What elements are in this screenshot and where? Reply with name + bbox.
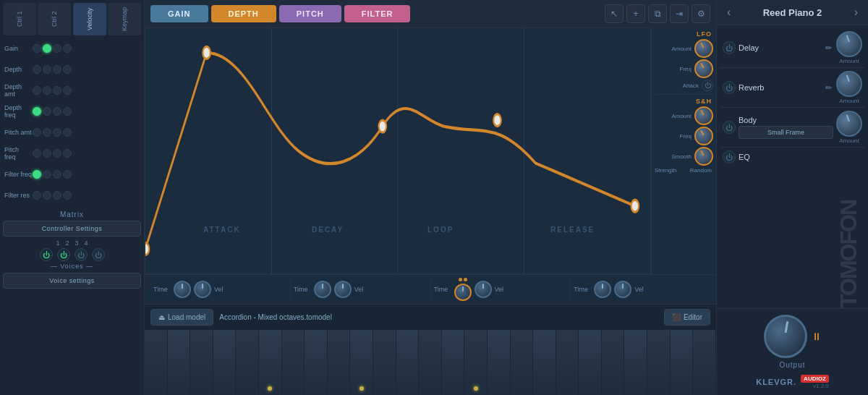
lfo-freq-knob[interactable] <box>694 59 713 78</box>
loop-knob2[interactable] <box>475 281 492 298</box>
nav-next-button[interactable]: › <box>851 4 861 20</box>
matrix-dot[interactable] <box>63 170 72 179</box>
matrix-dot[interactable] <box>53 170 61 179</box>
load-model-button[interactable]: ⏏ Load model <box>150 309 213 326</box>
decay-time-knob[interactable] <box>314 281 331 298</box>
matrix-dot[interactable] <box>53 86 61 95</box>
matrix-dot[interactable] <box>63 191 72 200</box>
attack-knob2[interactable] <box>194 281 211 298</box>
body-power-button[interactable]: ⏻ <box>723 121 736 134</box>
matrix-dot[interactable] <box>33 170 41 179</box>
matrix-dot[interactable] <box>33 65 41 74</box>
matrix-dot[interactable] <box>63 149 72 158</box>
matrix-dot[interactable] <box>33 86 41 95</box>
matrix-dot[interactable] <box>63 128 72 137</box>
output-knob[interactable] <box>764 315 807 358</box>
lfo-amount-knob[interactable] <box>694 39 713 58</box>
matrix-dot[interactable] <box>43 149 51 158</box>
attack-time-knob[interactable] <box>174 281 191 298</box>
matrix-dot[interactable] <box>63 107 72 116</box>
sidebar-tab-keymap[interactable]: Keymap <box>108 3 141 35</box>
editor-button[interactable]: ⬛ Editor <box>664 309 710 326</box>
sidebar-tab-ctrl1[interactable]: Ctrl 1 <box>3 3 36 35</box>
matrix-dot[interactable] <box>43 170 51 179</box>
tab-gain[interactable]: GAIN <box>150 5 208 22</box>
sample-key <box>442 330 465 395</box>
lfo-attack-power[interactable]: ⏻ <box>702 80 713 91</box>
matrix-dot[interactable] <box>53 149 61 158</box>
sample-key <box>236 330 259 395</box>
decay-knob2[interactable] <box>334 281 352 298</box>
matrix-dot[interactable] <box>53 128 61 137</box>
matrix-dot[interactable] <box>43 86 51 95</box>
matrix-dot[interactable] <box>63 65 72 74</box>
reverb-amount-knob[interactable] <box>836 71 862 97</box>
voice-power-1[interactable]: ⏻ <box>40 248 53 261</box>
delay-amount-knob[interactable] <box>836 31 862 57</box>
version-label: v1.2.0 <box>813 383 829 389</box>
matrix-dot[interactable] <box>43 128 51 137</box>
svg-point-4 <box>203 46 210 59</box>
voice-power-4[interactable]: ⏻ <box>92 248 105 261</box>
matrix-dot[interactable] <box>53 191 61 200</box>
matrix-dot[interactable] <box>33 191 41 200</box>
right-header: ‹ Reed Piano 2 › <box>717 0 868 25</box>
load-icon: ⏏ <box>158 313 165 321</box>
svg-point-3 <box>145 243 149 255</box>
delay-edit-button[interactable]: ✏ <box>824 42 833 54</box>
nav-prev-button[interactable]: ‹ <box>724 4 733 20</box>
matrix-dot[interactable] <box>63 44 72 53</box>
controller-settings-button[interactable]: Controller Settings <box>3 221 141 237</box>
tool-cursor[interactable]: ↖ <box>605 4 624 23</box>
matrix-dot[interactable] <box>43 191 51 200</box>
sh-freq-knob[interactable] <box>694 127 713 145</box>
voice-settings-button[interactable]: Voice settings <box>3 273 141 289</box>
eq-power-button[interactable]: ⏻ <box>723 150 736 163</box>
row-label-depth: Depth <box>3 59 32 80</box>
matrix-dot[interactable] <box>53 44 61 53</box>
matrix-dot[interactable] <box>43 44 51 53</box>
tab-filter[interactable]: FILTER <box>344 5 411 22</box>
matrix-dot[interactable] <box>33 128 41 137</box>
tab-depth[interactable]: DEPTH <box>211 5 276 22</box>
tab-pitch[interactable]: PITCH <box>279 5 341 22</box>
body-preset-button[interactable]: Small Frame <box>739 126 833 139</box>
reverb-power-button[interactable]: ⏻ <box>723 81 736 94</box>
matrix-dot[interactable] <box>33 44 41 53</box>
matrix-dot[interactable] <box>33 107 41 116</box>
sample-key <box>464 330 488 395</box>
body-amount-knob[interactable] <box>836 111 862 137</box>
smooth-knob[interactable] <box>694 147 713 166</box>
tool-add[interactable]: + <box>626 4 645 23</box>
sh-freq-label: Freq <box>680 133 692 140</box>
editor-icon: ⬛ <box>672 313 681 321</box>
sidebar-tab-velocity[interactable]: Velocity <box>73 3 106 35</box>
matrix-dot[interactable] <box>43 107 51 116</box>
voice-power-2[interactable]: ⏻ <box>57 248 70 261</box>
matrix-dot[interactable] <box>43 65 51 74</box>
row-label-filter-freq: Filter freq <box>3 164 32 184</box>
matrix-dot[interactable] <box>63 86 72 95</box>
sh-amount-knob[interactable] <box>694 106 713 125</box>
delay-power-button[interactable]: ⏻ <box>723 41 736 54</box>
row-label-pitch-amt: Pitch amt <box>3 122 32 143</box>
voice-num-1: 1 <box>56 239 59 247</box>
reverb-edit-button[interactable]: ✏ <box>824 82 833 94</box>
loop-time-knob[interactable] <box>454 284 472 301</box>
voice-power-3[interactable]: ⏻ <box>75 248 88 261</box>
matrix-dots <box>33 38 141 205</box>
matrix-dot[interactable] <box>53 65 61 74</box>
pause-button[interactable]: ⏸ <box>812 331 822 342</box>
matrix-dot[interactable] <box>33 149 41 158</box>
tool-settings[interactable]: ⚙ <box>692 4 710 23</box>
tool-paste[interactable]: ⇥ <box>670 4 689 23</box>
attack-controls: Time Vel <box>150 278 291 301</box>
row-label-depth-amt: Depth amt <box>3 80 32 101</box>
sidebar-tab-ctrl2[interactable]: Ctrl 2 <box>38 3 71 35</box>
matrix-dot[interactable] <box>53 107 61 116</box>
tool-copy[interactable]: ⧉ <box>648 4 667 23</box>
sample-key <box>373 330 396 395</box>
release-knob2[interactable] <box>614 281 631 298</box>
sample-key <box>350 330 373 395</box>
release-time-knob[interactable] <box>594 281 611 298</box>
